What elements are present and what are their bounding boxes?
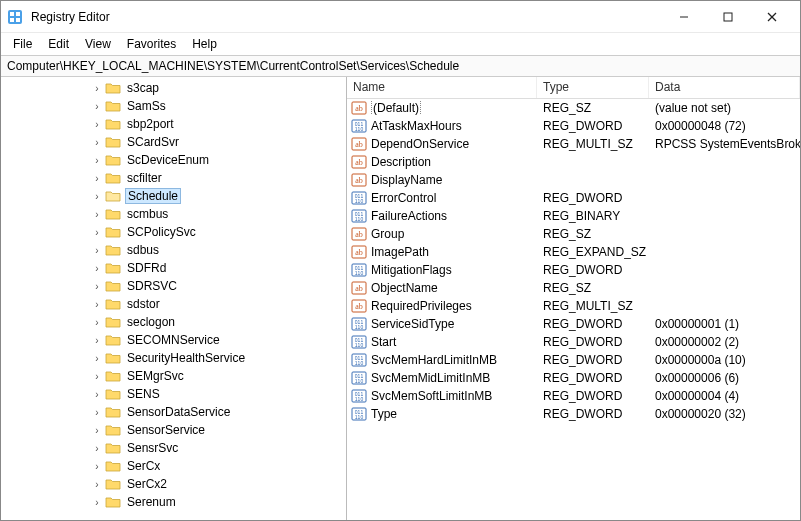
value-row[interactable]: abGroupREG_SZ — [347, 225, 800, 243]
expand-icon[interactable]: › — [91, 101, 103, 112]
folder-icon — [105, 333, 121, 347]
expand-icon[interactable]: › — [91, 443, 103, 454]
menu-file[interactable]: File — [5, 35, 40, 53]
tree-item[interactable]: ›SensorService — [1, 421, 346, 439]
expand-icon[interactable]: › — [91, 389, 103, 400]
expand-icon[interactable]: › — [91, 299, 103, 310]
col-header-name[interactable]: Name — [347, 77, 537, 98]
value-icon: ab — [351, 298, 367, 314]
tree-item[interactable]: ›s3cap — [1, 79, 346, 97]
value-row[interactable]: abRequiredPrivilegesREG_MULTI_SZ — [347, 297, 800, 315]
tree-item[interactable]: ›Serenum — [1, 493, 346, 511]
tree-item[interactable]: ›SDRSVC — [1, 277, 346, 295]
value-row[interactable]: abObjectNameREG_SZ — [347, 279, 800, 297]
tree-item[interactable]: ›SEMgrSvc — [1, 367, 346, 385]
expand-icon[interactable]: › — [91, 479, 103, 490]
tree-item-label: SDFRd — [125, 261, 168, 275]
expand-icon[interactable]: › — [91, 281, 103, 292]
value-row[interactable]: 011110AtTaskMaxHoursREG_DWORD0x00000048 … — [347, 117, 800, 135]
folder-icon — [105, 207, 121, 221]
tree-item[interactable]: ›SDFRd — [1, 259, 346, 277]
value-data: 0x00000048 (72) — [655, 119, 800, 133]
menu-edit[interactable]: Edit — [40, 35, 77, 53]
svg-rect-6 — [724, 13, 732, 21]
expand-icon[interactable]: › — [91, 173, 103, 184]
expand-icon[interactable]: › — [91, 137, 103, 148]
expand-icon[interactable]: › — [91, 209, 103, 220]
svg-text:ab: ab — [355, 158, 363, 167]
value-type: REG_DWORD — [543, 389, 655, 403]
expand-icon[interactable]: › — [91, 317, 103, 328]
expand-icon[interactable]: › — [91, 119, 103, 130]
expand-icon[interactable]: › — [91, 425, 103, 436]
tree-item[interactable]: ›SensrSvc — [1, 439, 346, 457]
expand-icon[interactable]: › — [91, 371, 103, 382]
tree-item[interactable]: ›SCPolicySvc — [1, 223, 346, 241]
tree-item[interactable]: ›sdstor — [1, 295, 346, 313]
value-name: ErrorControl — [371, 191, 436, 205]
menu-help[interactable]: Help — [184, 35, 225, 53]
tree-item[interactable]: ›ScDeviceEnum — [1, 151, 346, 169]
value-row[interactable]: 011110MitigationFlagsREG_DWORD — [347, 261, 800, 279]
expand-icon[interactable]: › — [91, 245, 103, 256]
tree-pane[interactable]: ›s3cap›SamSs›sbp2port›SCardSvr›ScDeviceE… — [1, 77, 347, 520]
tree-item[interactable]: ›SensorDataService — [1, 403, 346, 421]
tree-item[interactable]: ›SecurityHealthService — [1, 349, 346, 367]
menu-favorites[interactable]: Favorites — [119, 35, 184, 53]
col-header-data[interactable]: Data — [649, 77, 800, 98]
maximize-button[interactable] — [706, 3, 750, 31]
value-data: 0x00000006 (6) — [655, 371, 800, 385]
value-name: ImagePath — [371, 245, 429, 259]
expand-icon[interactable]: › — [91, 155, 103, 166]
tree-item[interactable]: ›SENS — [1, 385, 346, 403]
tree-item[interactable]: ›SCardSvr — [1, 133, 346, 151]
value-row[interactable]: 011110SvcMemMidLimitInMBREG_DWORD0x00000… — [347, 369, 800, 387]
value-row[interactable]: ab(Default)REG_SZ(value not set) — [347, 99, 800, 117]
value-row[interactable]: 011110SvcMemHardLimitInMBREG_DWORD0x0000… — [347, 351, 800, 369]
tree-item[interactable]: ›SerCx2 — [1, 475, 346, 493]
tree-item[interactable]: ›seclogon — [1, 313, 346, 331]
expand-icon[interactable]: › — [91, 335, 103, 346]
tree-item[interactable]: ›Schedule — [1, 187, 346, 205]
address-bar[interactable]: Computer\HKEY_LOCAL_MACHINE\SYSTEM\Curre… — [1, 55, 800, 77]
value-row[interactable]: 011110ErrorControlREG_DWORD — [347, 189, 800, 207]
svg-text:110: 110 — [355, 414, 364, 420]
tree-item[interactable]: ›scmbus — [1, 205, 346, 223]
folder-icon — [105, 225, 121, 239]
value-row[interactable]: abDisplayName — [347, 171, 800, 189]
value-data: (value not set) — [655, 101, 800, 115]
value-row[interactable]: 011110FailureActionsREG_BINARY — [347, 207, 800, 225]
value-row[interactable]: 011110SvcMemSoftLimitInMBREG_DWORD0x0000… — [347, 387, 800, 405]
value-icon: ab — [351, 226, 367, 242]
close-button[interactable] — [750, 3, 794, 31]
value-name: Description — [371, 155, 431, 169]
value-row[interactable]: abDescription — [347, 153, 800, 171]
expand-icon[interactable]: › — [91, 461, 103, 472]
expand-icon[interactable]: › — [91, 83, 103, 94]
value-row[interactable]: abImagePathREG_EXPAND_SZ — [347, 243, 800, 261]
expand-icon[interactable]: › — [91, 497, 103, 508]
tree-item[interactable]: ›SECOMNService — [1, 331, 346, 349]
value-icon: 011110 — [351, 352, 367, 368]
expand-icon[interactable]: › — [91, 227, 103, 238]
expand-icon[interactable]: › — [91, 353, 103, 364]
value-row[interactable]: 011110ServiceSidTypeREG_DWORD0x00000001 … — [347, 315, 800, 333]
expand-icon[interactable]: › — [91, 263, 103, 274]
menu-view[interactable]: View — [77, 35, 119, 53]
value-row[interactable]: 011110TypeREG_DWORD0x00000020 (32) — [347, 405, 800, 423]
folder-icon — [105, 153, 121, 167]
tree-item[interactable]: ›scfilter — [1, 169, 346, 187]
expand-icon[interactable]: › — [91, 407, 103, 418]
value-row[interactable]: 011110StartREG_DWORD0x00000002 (2) — [347, 333, 800, 351]
tree-item[interactable]: ›SerCx — [1, 457, 346, 475]
tree-item[interactable]: ›sbp2port — [1, 115, 346, 133]
tree-item[interactable]: ›SamSs — [1, 97, 346, 115]
expand-icon[interactable]: › — [91, 191, 103, 202]
tree-item-label: SDRSVC — [125, 279, 179, 293]
col-header-type[interactable]: Type — [537, 77, 649, 98]
value-row[interactable]: abDependOnServiceREG_MULTI_SZRPCSS Syste… — [347, 135, 800, 153]
tree-item[interactable]: ›sdbus — [1, 241, 346, 259]
minimize-button[interactable] — [662, 3, 706, 31]
folder-icon — [105, 405, 121, 419]
folder-icon — [105, 81, 121, 95]
